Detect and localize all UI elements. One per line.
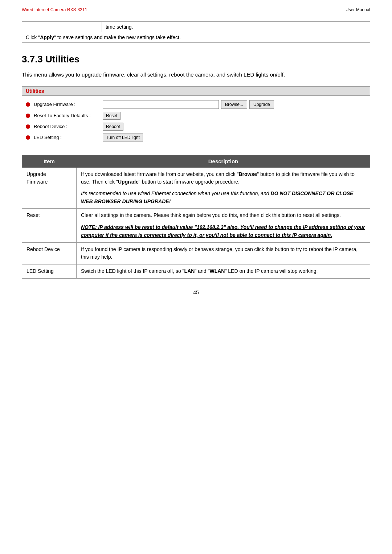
section-title: 3.7.3 Utilities — [22, 54, 370, 65]
top-table-row1: time setting. — [22, 22, 370, 32]
desc-firmware: If you downloaded latest firmware file f… — [77, 167, 370, 209]
top-table-row2: Click "Apply" to save settings and make … — [22, 32, 370, 43]
reboot-button[interactable]: Reboot — [103, 123, 123, 131]
table-row-firmware: UpgradeFirmware If you downloaded latest… — [22, 167, 370, 209]
desc-reset: Clear all settings in the camera. Please… — [77, 209, 370, 242]
col-header-item: Item — [22, 155, 77, 167]
top-table-row2-full: Click "Apply" to save settings and make … — [22, 32, 370, 43]
table-row-led: LED Setting Switch the LED light of this… — [22, 264, 370, 279]
header-right: User Manual — [346, 7, 370, 12]
page-wrapper: Wired Internet Camera RXS-3211 User Manu… — [0, 0, 392, 554]
top-table: time setting. Click "Apply" to save sett… — [22, 21, 370, 43]
desc-reset-text1: Clear all settings in the camera. Please… — [81, 212, 341, 218]
desc-firmware-italic: It's recommended to use wired Ethernet c… — [81, 190, 366, 205]
bullet-reboot — [26, 124, 30, 129]
label-firmware: Upgrade Firmware : — [34, 102, 99, 107]
desc-reboot-text: If you found the IP camera is responding… — [81, 246, 358, 260]
turn-off-led-button[interactable]: Turn off LED light — [103, 134, 143, 141]
main-table-header-row: Item Description — [22, 155, 370, 167]
header-bar: Wired Internet Camera RXS-3211 User Manu… — [22, 7, 370, 14]
utilities-widget-header: Utilities — [22, 87, 370, 96]
item-reboot: Reboot Device — [22, 242, 77, 264]
main-table: Item Description UpgradeFirmware If you … — [22, 155, 370, 279]
desc-reboot: If you found the IP camera is responding… — [77, 242, 370, 264]
widget-row-reboot: Reboot Device : Reboot — [26, 121, 366, 132]
browse-button[interactable]: Browse... — [221, 100, 247, 109]
widget-row-led: LED Setting : Turn off LED light — [26, 132, 366, 143]
desc-firmware-text1: If you downloaded latest firmware file f… — [81, 171, 355, 185]
section-desc: This menu allows you to upgrade firmware… — [22, 71, 370, 79]
upgrade-button[interactable]: Upgrade — [249, 100, 274, 109]
controls-led: Turn off LED light — [103, 134, 143, 141]
label-reset: Reset To Factory Defaults : — [34, 113, 99, 118]
widget-row-firmware: Upgrade Firmware : Browse... Upgrade — [26, 99, 366, 110]
widget-row-reset: Reset To Factory Defaults : Reset — [26, 110, 366, 121]
col-header-desc: Description — [77, 155, 370, 167]
table-row-reboot: Reboot Device If you found the IP camera… — [22, 242, 370, 264]
item-reset: Reset — [22, 209, 77, 242]
item-led: LED Setting — [22, 264, 77, 279]
bullet-firmware — [26, 102, 30, 107]
firmware-file-input[interactable] — [103, 100, 219, 109]
bullet-led — [26, 135, 30, 140]
desc-reset-note: NOTE: IP address will be reset to defaul… — [81, 223, 366, 239]
label-reboot: Reboot Device : — [34, 124, 99, 129]
top-table-row1-label — [22, 22, 102, 32]
utilities-widget-body: Upgrade Firmware : Browse... Upgrade Res… — [22, 96, 370, 146]
desc-led-text: Switch the LED light of this IP camera o… — [81, 268, 318, 274]
top-table-row1-value: time setting. — [102, 22, 370, 32]
table-row-reset: Reset Clear all settings in the camera. … — [22, 209, 370, 242]
reset-button[interactable]: Reset — [103, 112, 121, 120]
item-firmware: UpgradeFirmware — [22, 167, 77, 209]
bullet-reset — [26, 114, 30, 118]
controls-reboot: Reboot — [103, 123, 123, 131]
header-left: Wired Internet Camera RXS-3211 — [22, 7, 87, 12]
utilities-widget: Utilities Upgrade Firmware : Browse... U… — [22, 86, 370, 146]
page-number: 45 — [22, 290, 370, 295]
desc-led: Switch the LED light of this IP camera o… — [77, 264, 370, 279]
controls-firmware: Browse... Upgrade — [103, 100, 274, 109]
label-led: LED Setting : — [34, 135, 99, 140]
controls-reset: Reset — [103, 112, 121, 120]
